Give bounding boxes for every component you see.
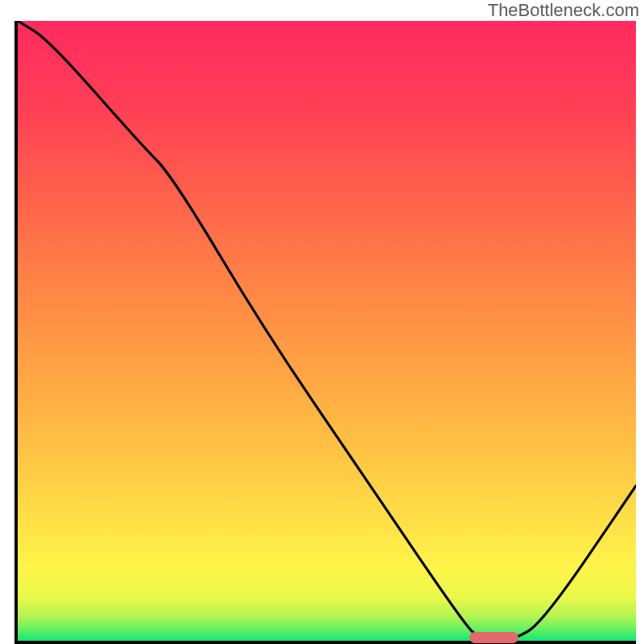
bottleneck-curve [18,21,636,641]
curve-path [18,21,636,641]
optimal-marker [469,632,518,643]
chart-container: TheBottleneck.com [0,0,644,644]
watermark-text: TheBottleneck.com [488,0,639,21]
plot-area [14,21,636,644]
